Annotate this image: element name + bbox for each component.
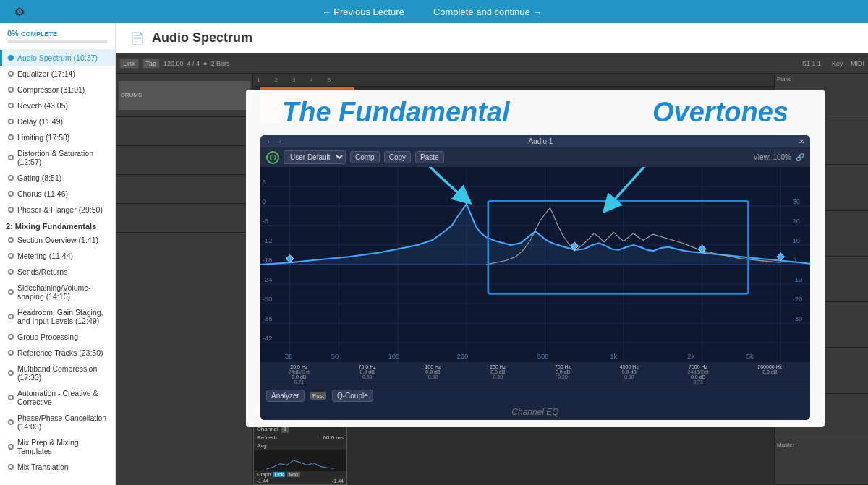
item-dot <box>8 237 14 243</box>
sidebar-item-limiting[interactable]: Limiting (17:58) <box>0 129 115 145</box>
eq-freq-label-6: 4500 Hz 0.0 dB 0.30 <box>620 364 639 385</box>
spectrum-refresh: Refresh60.0 ms <box>254 434 346 442</box>
sidebar-item-compressor[interactable]: Compressor (31:01) <box>0 82 115 98</box>
track-row-drums: DRUMS <box>116 74 252 117</box>
sidebar-item-sends-returns[interactable]: Sends/Returns <box>0 264 115 280</box>
svg-text:-30: -30 <box>263 295 273 303</box>
eq-link-icon[interactable]: 🔗 <box>796 153 804 161</box>
svg-text:20: 20 <box>793 217 801 225</box>
sidebar-item-delay[interactable]: Delay (11:49) <box>0 113 115 129</box>
position-display: S1 1 1 <box>802 60 821 67</box>
progress-text: 0% COMPLETE <box>7 29 108 38</box>
item-dot <box>8 134 14 140</box>
analyzer-post-label: Post <box>310 392 326 400</box>
sidebar-item-label: Delay (11:49) <box>17 117 63 126</box>
sidebar-item-equalizer[interactable]: Equalizer (17:14) <box>0 66 115 82</box>
page-title: Audio Spectrum <box>152 30 252 46</box>
item-dot <box>8 419 14 425</box>
eq-graph: 6 0 -6 -12 -18 -24 -30 -36 -42 30 20 <box>260 167 810 362</box>
eq-freq-label-8: 200000 Hz 0.0 dB <box>757 364 782 385</box>
svg-text:-42: -42 <box>263 334 273 342</box>
svg-text:-36: -36 <box>263 314 273 322</box>
timeline-ruler: 1 2 3 4 5 <box>253 74 774 87</box>
eq-view-label: View: 100% <box>753 153 791 161</box>
q-couple-button[interactable]: Q-Couple <box>332 390 373 402</box>
copy-button[interactable]: Copy <box>384 151 411 163</box>
item-dot <box>8 87 14 93</box>
item-dot <box>8 175 14 181</box>
comp-button[interactable]: Comp <box>350 151 380 163</box>
sidebar-section-2-header: 2: Mixing Fundamentals <box>0 218 115 232</box>
sidebar-item-reference-tracks[interactable]: Reference Tracks (23:50) <box>0 345 115 361</box>
sidebar-item-sidechaining[interactable]: Sidechaining/Volume-shaping (14:10) <box>0 280 115 304</box>
progress-area: 0% COMPLETE <box>0 23 115 50</box>
sidebar-item-label: Mix Prep & Mixing Templates <box>17 438 109 455</box>
sidebar-item-chorus[interactable]: Chorus (11:46) <box>0 186 115 202</box>
item-dot <box>8 464 14 470</box>
track-headers: DRUMS <box>116 74 253 485</box>
channel-eq-label: Channel EQ <box>260 404 810 420</box>
daw-toolbar: Link Tap 120.00 4 / 4 ● 2 Bars S1 1 1 Ke… <box>116 53 868 74</box>
settings-icon[interactable]: ⚙ <box>14 5 25 19</box>
complete-continue-button[interactable]: Complete and continue → <box>433 7 542 17</box>
sidebar-item-distortion[interactable]: Distortion & Saturation (12:57) <box>0 145 115 170</box>
paste-button[interactable]: Paste <box>415 151 444 163</box>
bars-display: ● <box>203 60 207 67</box>
sidebar-item-label: Limiting (17:58) <box>17 133 69 142</box>
svg-text:30: 30 <box>285 352 293 360</box>
sidebar-item-label: Sidechaining/Volume-shaping (14:10) <box>17 283 109 301</box>
sidebar-item-phase[interactable]: Phase/Phase Cancellation (14:03) <box>0 410 115 434</box>
sidebar-item-automation[interactable]: Automation - Creative & Corrective <box>0 385 115 410</box>
overtones-label: Overtones <box>652 97 788 128</box>
item-dot <box>8 395 14 400</box>
eq-preset-select[interactable]: User Default <box>284 150 346 164</box>
top-navigation: ⚙ ← Previous Lecture Complete and contin… <box>0 0 868 23</box>
annotation-overlay: The Fundamental Overtones ← → Audio 1 ✕ <box>246 90 825 427</box>
eq-controls-bar: User Default Comp Copy Paste View: 100% … <box>260 147 810 167</box>
sidebar-item-label: Gating (8:51) <box>17 173 61 182</box>
tempo-display: 120.00 <box>163 60 184 67</box>
link-button[interactable]: Link <box>119 59 139 69</box>
eq-freq-label-1: 20.0 Hz 24dB/Oct 0.0 dB 0.71 <box>289 364 310 385</box>
sidebar-item-label: Chorus (11:46) <box>17 189 68 198</box>
eq-bottom-labels: 20.0 Hz 24dB/Oct 0.0 dB 0.71 75.0 Hz 0.0… <box>260 362 810 387</box>
item-dot <box>8 370 14 376</box>
eq-titlebar: ← → Audio 1 ✕ <box>260 135 810 147</box>
sidebar-item-label: Sends/Returns <box>17 267 67 276</box>
svg-marker-43 <box>463 197 471 205</box>
sidebar-item-label: Metering (11:44) <box>17 252 73 260</box>
eq-power-button[interactable] <box>266 151 279 164</box>
sidebar-item-audio-spectrum[interactable]: Audio Spectrum (10:37) <box>0 50 115 66</box>
sidebar-item-mix-translation[interactable]: Mix Translation <box>0 459 115 475</box>
sidebar-item-group-processing[interactable]: Group Processing <box>0 329 115 345</box>
sidebar-item-label: Distortion & Saturation (12:57) <box>17 149 109 166</box>
item-dot <box>8 119 14 124</box>
sidebar-item-label: Section Overview (1:41) <box>17 236 98 244</box>
sidebar-item-label: Headroom, Gain Staging, and Input Levels… <box>17 308 109 325</box>
sidebar-item-reverb[interactable]: Reverb (43:05) <box>0 98 115 113</box>
sidebar-item-mix-prep[interactable]: Mix Prep & Mixing Templates <box>0 434 115 459</box>
sidebar-item-headroom[interactable]: Headroom, Gain Staging, and Input Levels… <box>0 304 115 329</box>
tap-button[interactable]: Tap <box>142 59 161 69</box>
svg-text:6: 6 <box>263 178 266 186</box>
progress-percent: 0% <box>7 29 19 38</box>
sidebar-item-phaser[interactable]: Phaser & Flanger (29:50) <box>0 202 115 218</box>
sidebar-item-metering[interactable]: Metering (11:44) <box>0 248 115 264</box>
spectrum-avg: Avg <box>254 442 346 450</box>
sidebar-item-gating[interactable]: Gating (8:51) <box>0 170 115 186</box>
spectrum-graph <box>254 450 346 471</box>
spectrum-values: -1.44 -1.44 <box>254 478 346 484</box>
item-dot <box>8 253 14 259</box>
eq-freq-label-5: 750 Hz 0.0 dB 0.20 <box>555 364 571 385</box>
analyzer-button[interactable]: Analyzer <box>266 390 305 402</box>
item-dot <box>8 289 14 295</box>
sidebar-item-label: Reverb (43:05) <box>17 101 68 110</box>
eq-grid-svg: 6 0 -6 -12 -18 -24 -30 -36 -42 30 20 <box>260 167 810 362</box>
item-dot <box>8 269 14 275</box>
sidebar-item-section-overview[interactable]: Section Overview (1:41) <box>0 232 115 248</box>
prev-lecture-button[interactable]: ← Previous Lecture <box>322 7 404 17</box>
sidebar-item-label: Group Processing <box>17 332 78 341</box>
track-header-drums: DRUMS <box>119 81 250 110</box>
content-header: 📄 Audio Spectrum <box>116 23 868 53</box>
sidebar-item-multiband[interactable]: Multiband Compression (17:33) <box>0 361 115 385</box>
